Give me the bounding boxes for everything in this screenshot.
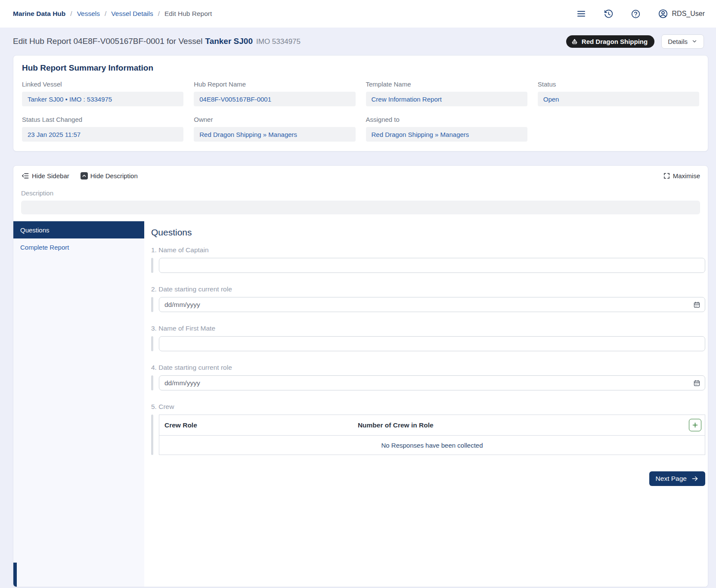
- organisation-badge: Red Dragon Shipping: [566, 35, 654, 48]
- field-label: Linked Vessel: [22, 80, 183, 88]
- crew-table: Crew Role Number of Crew in Role No Resp…: [159, 415, 705, 455]
- question-label: 3. Name of First Mate: [151, 325, 705, 332]
- captain-start-date-input[interactable]: [159, 297, 705, 312]
- answer-accent-bar: [151, 415, 153, 455]
- answer-accent-bar: [151, 336, 153, 351]
- description-field[interactable]: [21, 201, 700, 214]
- chevron-up-icon: [81, 172, 88, 179]
- calendar-icon[interactable]: [693, 301, 701, 308]
- user-menu[interactable]: RDS_User: [658, 9, 705, 19]
- field-value: Tanker SJ00 • IMO : 5334975: [22, 92, 183, 106]
- field-value: Red Dragon Shipping » Managers: [194, 127, 355, 142]
- arrow-right-icon: [691, 475, 699, 483]
- crew-role-header: Crew Role: [164, 421, 358, 429]
- field-status: Status Open: [538, 80, 699, 106]
- first-mate-start-date-input[interactable]: [159, 375, 705, 390]
- details-button-label: Details: [668, 38, 688, 45]
- maximise-button[interactable]: Maximise: [663, 172, 700, 179]
- hide-description-button[interactable]: Hide Description: [81, 172, 138, 179]
- details-button[interactable]: Details: [661, 34, 704, 49]
- maximise-label: Maximise: [673, 172, 700, 179]
- sidebar-item-questions[interactable]: Questions: [13, 221, 144, 238]
- description-section: Description: [13, 180, 708, 221]
- page-title-text: Edit Hub Report 04E8F-V005167BF-0001 for…: [13, 37, 202, 46]
- field-value: 23 Jan 2025 11:57: [22, 127, 183, 142]
- field-value: 04E8F-V005167BF-0001: [194, 92, 355, 106]
- history-icon[interactable]: [604, 9, 614, 19]
- next-page-label: Next Page: [656, 475, 687, 483]
- maximise-icon: [663, 172, 670, 179]
- calendar-icon[interactable]: [693, 379, 701, 387]
- collapse-sidebar-icon: [21, 172, 29, 180]
- question-block-5: 5. Crew Crew Role Number of Crew in Role: [151, 403, 705, 455]
- hide-sidebar-button[interactable]: Hide Sidebar: [21, 172, 69, 180]
- breadcrumb-vessel-details[interactable]: Vessel Details: [111, 10, 153, 18]
- field-linked-vessel: Linked Vessel Tanker SJ00 • IMO : 533497…: [22, 80, 183, 106]
- question-label: 1. Name of Captain: [151, 246, 705, 254]
- user-icon: [658, 9, 668, 19]
- field-template-name: Template Name Crew Information Report: [366, 80, 527, 106]
- topbar-actions: RDS_User: [576, 9, 705, 19]
- breadcrumb-separator: /: [105, 10, 106, 18]
- summary-grid: Linked Vessel Tanker SJ00 • IMO : 533497…: [22, 80, 699, 142]
- vessel-imo: IMO 5334975: [256, 37, 301, 46]
- page-header: Edit Hub Report 04E8F-V005167BF-0001 for…: [0, 28, 716, 55]
- vessel-name: Tanker SJ00: [205, 37, 253, 46]
- breadcrumb-separator: /: [158, 10, 160, 18]
- chevron-down-icon: [691, 38, 697, 44]
- question-block-3: 3. Name of First Mate: [151, 325, 705, 351]
- page-title: Edit Hub Report 04E8F-V005167BF-0001 for…: [13, 37, 301, 46]
- field-label: Hub Report Name: [194, 80, 355, 88]
- field-status-last-changed: Status Last Changed 23 Jan 2025 11:57: [22, 116, 183, 142]
- question-block-2: 2. Date starting current role: [151, 285, 705, 312]
- header-actions: Red Dragon Shipping Details: [566, 34, 704, 49]
- report-sidebar: Questions Complete Report: [13, 221, 144, 587]
- report-panel: Hide Sidebar Hide Description Maximise D…: [13, 165, 708, 587]
- question-block-4: 4. Date starting current role: [151, 364, 705, 390]
- menu-icon[interactable]: [576, 9, 586, 19]
- field-label: Status Last Changed: [22, 116, 183, 123]
- sidebar-item-complete-report[interactable]: Complete Report: [13, 238, 144, 256]
- answer-accent-bar: [151, 258, 153, 273]
- crew-table-empty-message: No Responses have been collected: [159, 436, 705, 455]
- panel-toolbar: Hide Sidebar Hide Description Maximise: [13, 166, 708, 180]
- field-label: Assigned to: [366, 116, 527, 123]
- field-hub-report-name: Hub Report Name 04E8F-V005167BF-0001: [194, 80, 355, 106]
- field-label: Owner: [194, 116, 355, 123]
- summary-card: Hub Report Summary Information Linked Ve…: [13, 55, 708, 152]
- ship-icon: [571, 38, 578, 45]
- questions-pane: Questions 1. Name of Captain 2. Date sta…: [144, 221, 708, 587]
- breadcrumb-vessels[interactable]: Vessels: [77, 10, 100, 18]
- field-value: Red Dragon Shipping » Managers: [366, 127, 527, 142]
- question-label: 4. Date starting current role: [151, 364, 705, 371]
- field-value: Crew Information Report: [366, 92, 527, 106]
- crew-table-header: Crew Role Number of Crew in Role: [159, 415, 705, 436]
- answer-accent-bar: [151, 375, 153, 390]
- breadcrumb-separator: /: [70, 10, 72, 18]
- panel-body: Questions Complete Report Questions 1. N…: [13, 221, 708, 587]
- question-label: 5. Crew: [151, 403, 705, 411]
- captain-name-input[interactable]: [159, 258, 705, 273]
- add-crew-row-button[interactable]: [689, 419, 701, 431]
- status-badge: Open: [538, 92, 699, 106]
- answer-accent-bar: [151, 297, 153, 312]
- plus-icon: [691, 421, 699, 429]
- breadcrumb-current: Edit Hub Report: [164, 10, 212, 18]
- sidebar-scrollbar[interactable]: [13, 563, 17, 587]
- breadcrumb-home[interactable]: Marine Data Hub: [13, 10, 65, 18]
- question-label: 2. Date starting current role: [151, 285, 705, 293]
- field-label: Status: [538, 80, 699, 88]
- question-block-1: 1. Name of Captain: [151, 246, 705, 273]
- hide-sidebar-label: Hide Sidebar: [32, 172, 69, 179]
- field-owner: Owner Red Dragon Shipping » Managers: [194, 116, 355, 142]
- field-assigned-to: Assigned to Red Dragon Shipping » Manage…: [366, 116, 527, 142]
- username-label: RDS_User: [672, 10, 705, 18]
- organisation-badge-label: Red Dragon Shipping: [582, 38, 648, 45]
- crew-number-header: Number of Crew in Role: [358, 421, 682, 429]
- field-label: Template Name: [366, 80, 527, 88]
- pagination-row: Next Page: [151, 471, 705, 486]
- questions-heading: Questions: [151, 227, 705, 238]
- next-page-button[interactable]: Next Page: [649, 471, 705, 486]
- help-icon[interactable]: [631, 9, 641, 19]
- first-mate-name-input[interactable]: [159, 336, 705, 351]
